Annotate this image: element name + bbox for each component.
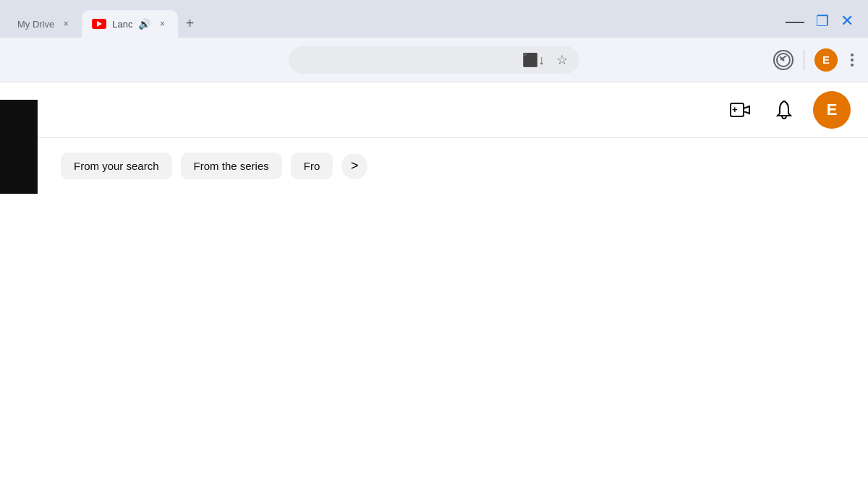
tab-mydrive-close[interactable]: × [60, 18, 72, 30]
chips-next-arrow[interactable]: > [341, 153, 367, 179]
audio-playing-icon: 🔊 [138, 18, 150, 30]
tabs-area: My Drive × Lanc 🔊 × + [0, 0, 771, 38]
performance-icon[interactable] [773, 50, 793, 70]
notifications-button[interactable] [770, 95, 799, 124]
menu-dot-1 [851, 53, 854, 56]
tab-youtube-title: Lanc [112, 19, 132, 30]
restore-button[interactable]: ❐ [816, 14, 829, 28]
dark-bar-decoration [0, 138, 38, 194]
tab-youtube[interactable]: Lanc 🔊 × [82, 10, 178, 38]
address-bar[interactable]: ⬛↓ ☆ [289, 46, 580, 74]
page-content: + E From your search From the series Fro… [0, 82, 868, 194]
svg-point-1 [783, 59, 785, 61]
chrome-menu-button[interactable] [848, 51, 856, 69]
toolbar-divider [804, 50, 804, 70]
tab-youtube-close[interactable]: × [156, 18, 168, 30]
profile-avatar[interactable]: E [814, 48, 838, 72]
youtube-favicon-icon [92, 19, 106, 29]
youtube-header: + E [0, 82, 868, 138]
cast-icon[interactable]: ⬛↓ [522, 52, 545, 68]
window-controls: — ❐ ✕ [771, 12, 868, 30]
close-window-button[interactable]: ✕ [841, 13, 854, 29]
chip-from-your-search[interactable]: From your search [61, 153, 172, 179]
menu-dot-3 [851, 64, 854, 67]
tab-mydrive-title: My Drive [17, 19, 54, 30]
svg-text:+: + [732, 104, 738, 115]
filter-chips-row: From your search From the series Fro > [0, 138, 868, 194]
tab-mydrive[interactable]: My Drive × [7, 10, 82, 38]
chip-from-the-series[interactable]: From the series [181, 153, 282, 179]
browser-titlebar: My Drive × Lanc 🔊 × + — ❐ ✕ [0, 0, 868, 38]
chip-partial[interactable]: Fro [291, 153, 333, 179]
new-tab-button[interactable]: + [178, 12, 201, 35]
menu-dot-2 [851, 59, 854, 61]
bookmark-icon[interactable]: ☆ [556, 52, 568, 68]
browser-toolbar: ⬛↓ ☆ E [0, 38, 868, 82]
create-video-button[interactable]: + [726, 95, 755, 124]
minimize-button[interactable]: — [786, 12, 804, 30]
yt-profile-avatar[interactable]: E [813, 91, 851, 129]
